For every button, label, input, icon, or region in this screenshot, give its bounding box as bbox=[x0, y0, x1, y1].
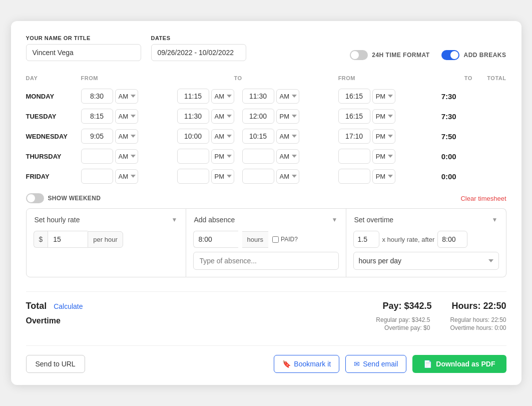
from2-time-input[interactable] bbox=[242, 169, 274, 184]
day-name: FRIDAY bbox=[26, 166, 81, 186]
bookmark-button[interactable]: 🔖 Bookmark it bbox=[274, 355, 339, 373]
show-weekend-toggle[interactable]: SHOW WEEKEND bbox=[26, 193, 101, 203]
overtime-header[interactable]: Set overtime ▼ bbox=[346, 209, 506, 231]
hours-label: hours bbox=[242, 231, 269, 248]
to2-time-input[interactable] bbox=[338, 149, 370, 164]
from2-time-input[interactable] bbox=[242, 109, 274, 124]
paid-checkbox-label[interactable]: PAID? bbox=[272, 236, 298, 243]
table-row: FRIDAY AM PM AM PM bbox=[26, 166, 506, 186]
overtime-content: x hourly rate, after hours per day hours… bbox=[346, 231, 506, 277]
from2-ampm-select[interactable]: AM PM bbox=[276, 169, 299, 184]
to2-ampm-select[interactable]: AM PM bbox=[372, 129, 395, 144]
from1-ampm-select[interactable]: AM PM bbox=[115, 89, 138, 104]
to1-time-input[interactable] bbox=[177, 169, 209, 184]
to2-ampm-select[interactable]: AM PM bbox=[372, 169, 395, 184]
from1-time-input[interactable] bbox=[81, 89, 113, 104]
to1-ampm-select[interactable]: AM PM bbox=[211, 129, 234, 144]
from1-time-input[interactable] bbox=[81, 109, 113, 124]
row-total: 0:00 bbox=[426, 146, 456, 166]
col-to2: TO bbox=[464, 75, 477, 86]
time-table: DAY FROM TO FROM TO TOTAL MONDAY AM PM bbox=[26, 75, 506, 186]
to1-ampm-select[interactable]: AM PM bbox=[211, 169, 234, 184]
overtime-section: Set overtime ▼ x hourly rate, after hour… bbox=[346, 208, 506, 277]
totals-main-row: Total Calculate Pay: $342.5 Hours: 22:50 bbox=[26, 301, 506, 311]
name-input[interactable] bbox=[26, 44, 141, 61]
from1-ampm-select[interactable]: AM PM bbox=[115, 169, 138, 184]
from2-ampm-select[interactable]: AM PM bbox=[276, 149, 299, 164]
day-name: MONDAY bbox=[26, 86, 81, 106]
hourly-rate-content: $ per hour bbox=[27, 231, 186, 255]
totals-section: Total Calculate Pay: $342.5 Hours: 22:50… bbox=[26, 291, 506, 331]
from2-ampm-select[interactable]: AM PM bbox=[276, 129, 299, 144]
to2-time-input[interactable] bbox=[338, 109, 370, 124]
to2-ampm-select[interactable]: AM PM bbox=[372, 149, 395, 164]
from1-time-input[interactable] bbox=[81, 149, 113, 164]
rate-input[interactable] bbox=[48, 231, 88, 248]
from2-ampm-select[interactable]: AM PM bbox=[276, 109, 299, 124]
overtime-hours-col: Regular hours: 22:50 Overtime hours: 0:0… bbox=[450, 316, 506, 331]
send-url-button[interactable]: Send to URL bbox=[26, 355, 85, 373]
overtime-details: Regular pay: $342.5 Overtime pay: $0 Reg… bbox=[376, 316, 506, 331]
download-pdf-button[interactable]: 📄 Download as PDF bbox=[412, 355, 506, 373]
regular-hours-text: Regular hours: 22:50 bbox=[450, 316, 506, 323]
sections-row: Set hourly rate ▼ $ per hour Add absence… bbox=[26, 208, 506, 277]
toggle-24h-switch[interactable] bbox=[350, 50, 368, 60]
col-to1: TO bbox=[234, 75, 330, 86]
toggle-breaks-switch[interactable] bbox=[441, 50, 459, 60]
pdf-icon: 📄 bbox=[423, 360, 432, 368]
col-from2: FROM bbox=[338, 75, 456, 86]
to1-time-input[interactable] bbox=[177, 89, 209, 104]
day-name: TUESDAY bbox=[26, 106, 81, 126]
to1-time-input[interactable] bbox=[177, 149, 209, 164]
from1-ampm-select[interactable]: AM PM bbox=[115, 109, 138, 124]
calculate-link[interactable]: Calculate bbox=[54, 302, 83, 310]
hourly-rate-header[interactable]: Set hourly rate ▼ bbox=[27, 209, 186, 231]
overtime-row: x hourly rate, after bbox=[353, 231, 499, 248]
to2-ampm-select[interactable]: AM PM bbox=[372, 109, 395, 124]
paid-checkbox[interactable] bbox=[272, 236, 279, 243]
absence-hours-input[interactable] bbox=[193, 231, 238, 248]
from1-ampm-select[interactable]: AM PM bbox=[115, 129, 138, 144]
absence-header[interactable]: Add absence ▼ bbox=[186, 209, 346, 231]
day-name: WEDNESDAY bbox=[26, 126, 81, 146]
total-title: Total bbox=[26, 301, 47, 311]
overtime-summary-row: Overtime Regular pay: $342.5 Overtime pa… bbox=[26, 316, 506, 331]
row-total: 0:00 bbox=[426, 166, 456, 186]
overtime-time-input[interactable] bbox=[437, 231, 467, 248]
from2-time-input[interactable] bbox=[242, 89, 274, 104]
hours-total: Hours: 22:50 bbox=[451, 301, 506, 311]
send-email-button[interactable]: ✉ Send email bbox=[345, 355, 406, 373]
email-icon: ✉ bbox=[354, 360, 360, 368]
from2-time-input[interactable] bbox=[242, 129, 274, 144]
clear-timesheet-link[interactable]: Clear timesheet bbox=[460, 195, 506, 202]
absence-type-input[interactable] bbox=[193, 252, 339, 270]
to2-time-input[interactable] bbox=[338, 129, 370, 144]
bookmark-icon: 🔖 bbox=[282, 360, 291, 368]
absence-row: hours PAID? bbox=[193, 231, 339, 248]
overtime-pay-text: Overtime pay: $0 bbox=[384, 324, 430, 331]
from1-time-input[interactable] bbox=[81, 169, 113, 184]
hourly-rate-chevron: ▼ bbox=[172, 216, 178, 223]
to1-time-input[interactable] bbox=[177, 109, 209, 124]
overtime-type-select[interactable]: hours per day hours per week bbox=[353, 252, 499, 270]
dates-input[interactable] bbox=[151, 44, 246, 61]
from2-time-input[interactable] bbox=[242, 149, 274, 164]
from1-time-input[interactable] bbox=[81, 129, 113, 144]
from2-ampm-select[interactable]: AM PM bbox=[276, 89, 299, 104]
from1-ampm-select[interactable]: AM PM bbox=[115, 149, 138, 164]
overtime-multiplier-input[interactable] bbox=[353, 231, 379, 248]
to1-time-input[interactable] bbox=[177, 129, 209, 144]
to2-time-input[interactable] bbox=[338, 169, 370, 184]
to2-time-input[interactable] bbox=[338, 89, 370, 104]
email-label: Send email bbox=[363, 360, 398, 368]
to1-ampm-select[interactable]: AM PM bbox=[211, 109, 234, 124]
regular-pay-text: Regular pay: $342.5 bbox=[376, 316, 430, 323]
table-row: THURSDAY AM PM AM PM bbox=[26, 146, 506, 166]
overtime-summary-title: Overtime bbox=[26, 316, 61, 325]
to2-ampm-select[interactable]: AM PM bbox=[372, 89, 395, 104]
to1-ampm-select[interactable]: AM PM bbox=[211, 149, 234, 164]
col-from1: FROM bbox=[81, 75, 177, 86]
per-hour-label: per hour bbox=[88, 231, 123, 248]
to1-ampm-select[interactable]: AM PM bbox=[211, 89, 234, 104]
show-weekend-switch[interactable] bbox=[26, 193, 44, 203]
